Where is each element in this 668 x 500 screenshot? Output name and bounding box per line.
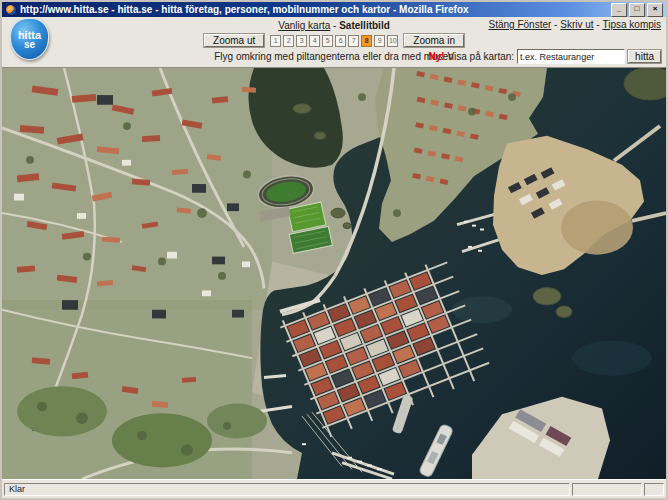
map-viewport[interactable] xyxy=(2,68,666,479)
close-button[interactable]: × xyxy=(647,3,663,17)
resize-grip[interactable] xyxy=(644,483,664,496)
tip-friend-link[interactable]: Tipsa kompis xyxy=(602,19,661,30)
window-controls: _ □ × xyxy=(611,3,663,17)
zoom-in-button[interactable]: Zooma in xyxy=(404,34,464,47)
search-input[interactable] xyxy=(517,49,625,64)
status-bar: Klar xyxy=(2,479,666,498)
zoom-level-9[interactable]: 9 xyxy=(374,35,385,47)
zoom-out-button[interactable]: Zooma ut xyxy=(204,34,264,47)
hitta-search-button[interactable]: hitta xyxy=(628,50,661,63)
pan-hint-text: Flyg omkring med piltangenterna eller dr… xyxy=(214,51,454,62)
zoom-controls-row: Zooma ut 1 2 3 4 5 6 7 8 9 10 Zooma in xyxy=(6,32,662,49)
status-text: Klar xyxy=(4,483,570,496)
satellite-image[interactable] xyxy=(2,68,666,479)
status-pane xyxy=(572,483,642,496)
logo-text-hitta: hitta xyxy=(18,30,41,40)
search-label: Visa på kartan: xyxy=(448,51,515,62)
zoom-level-1[interactable]: 1 xyxy=(270,35,281,47)
mode-separator: - xyxy=(330,20,339,31)
zoom-level-7[interactable]: 7 xyxy=(348,35,359,47)
window-links: Stäng Fönster - Skriv ut - Tipsa kompis xyxy=(489,19,661,30)
title-bar: http://www.hitta.se - hitta.se - hitta f… xyxy=(2,2,666,17)
zoom-level-10[interactable]: 10 xyxy=(387,35,398,47)
map-search: Ny! Visa på kartan: hitta xyxy=(428,49,661,64)
satellite-mode-label: Satellitbild xyxy=(339,20,390,31)
window-title: http://www.hitta.se - hitta.se - hitta f… xyxy=(20,4,608,15)
link-separator: - xyxy=(594,19,603,30)
minimize-button[interactable]: _ xyxy=(611,3,627,17)
zoom-level-2[interactable]: 2 xyxy=(283,35,294,47)
close-window-link[interactable]: Stäng Fönster xyxy=(489,19,552,30)
map-mode-row: Vanlig karta - Satellitbild Stäng Fönste… xyxy=(6,19,662,32)
zoom-level-8-active[interactable]: 8 xyxy=(361,35,372,47)
zoom-level-strip: 1 2 3 4 5 6 7 8 9 10 xyxy=(270,35,398,47)
link-separator: - xyxy=(551,19,560,30)
zoom-level-5[interactable]: 5 xyxy=(322,35,333,47)
print-link[interactable]: Skriv ut xyxy=(560,19,593,30)
browser-window: http://www.hitta.se - hitta.se - hitta f… xyxy=(0,0,668,500)
zoom-level-6[interactable]: 6 xyxy=(335,35,346,47)
zoom-level-4[interactable]: 4 xyxy=(309,35,320,47)
zoom-level-3[interactable]: 3 xyxy=(296,35,307,47)
logo-text-se: se xyxy=(24,40,35,49)
maximize-button[interactable]: □ xyxy=(629,3,645,17)
hint-row: Flyg omkring med piltangenterna eller dr… xyxy=(6,49,662,64)
firefox-icon xyxy=(5,4,17,16)
map-toolbar: hitta se Vanlig karta - Satellitbild Stä… xyxy=(2,17,666,68)
normal-map-link[interactable]: Vanlig karta xyxy=(278,20,330,31)
new-badge: Ny! xyxy=(428,51,444,62)
